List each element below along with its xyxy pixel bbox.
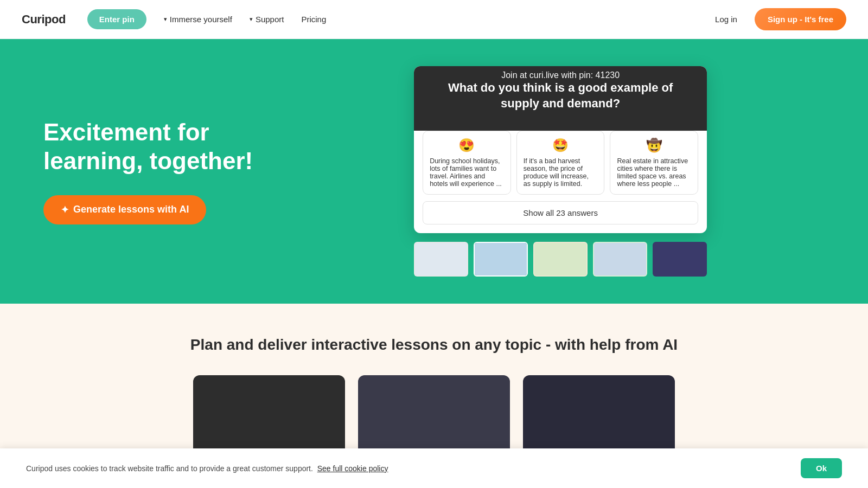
slide-answers: 😍 During school holidays, lots of famili… bbox=[414, 131, 707, 201]
hero-left: Excitement for learning, together! ✦ Gen… bbox=[43, 118, 253, 224]
answer-text-2: If it's a bad harvest season, the price … bbox=[524, 157, 598, 188]
answer-emoji-3: 🤠 bbox=[617, 138, 691, 153]
hero-title: Excitement for learning, together! bbox=[43, 118, 253, 176]
slide-card: Join at curi.live with pin: 41230 What d… bbox=[414, 66, 707, 233]
generate-lessons-button[interactable]: ✦ Generate lessons with AI bbox=[43, 195, 206, 224]
answer-text-3: Real estate in attractive cities where t… bbox=[617, 157, 691, 188]
navbar: Curipod Enter pin ▾ Immerse yourself ▾ S… bbox=[0, 0, 868, 39]
slide-header: Join at curi.live with pin: 41230 What d… bbox=[414, 66, 707, 131]
cookie-text: Curipod uses cookies to track website tr… bbox=[26, 464, 794, 473]
cookie-policy-link[interactable]: See full cookie policy bbox=[317, 464, 388, 473]
answer-card-1: 😍 During school holidays, lots of famili… bbox=[423, 131, 511, 195]
thumbnail-4[interactable] bbox=[593, 242, 647, 277]
thumbnail-1[interactable] bbox=[414, 242, 468, 277]
answer-text-1: During school holidays, lots of families… bbox=[430, 157, 504, 188]
answer-emoji-1: 😍 bbox=[430, 138, 504, 153]
show-all-button[interactable]: Show all 23 answers bbox=[423, 201, 698, 224]
logo: Curipod bbox=[22, 12, 66, 27]
hero-right: Join at curi.live with pin: 41230 What d… bbox=[296, 66, 825, 277]
nav-immerse-link[interactable]: ▾ Immerse yourself bbox=[164, 15, 232, 24]
nav-pricing-link[interactable]: Pricing bbox=[301, 15, 326, 24]
answer-card-3: 🤠 Real estate in attractive cities where… bbox=[610, 131, 698, 195]
login-button[interactable]: Log in bbox=[715, 15, 737, 24]
join-text: Join at curi.live with pin: 41230 bbox=[425, 70, 696, 80]
thumbnail-2[interactable] bbox=[474, 242, 528, 277]
slide-question: What do you think is a good example of s… bbox=[425, 80, 696, 120]
hero-section: Excitement for learning, together! ✦ Gen… bbox=[0, 39, 868, 304]
thumbnail-3[interactable] bbox=[533, 242, 588, 277]
answer-emoji-2: 🤩 bbox=[524, 138, 598, 153]
thumbnail-strip bbox=[414, 242, 707, 277]
chevron-down-icon: ▾ bbox=[250, 16, 253, 23]
thumbnail-5[interactable] bbox=[653, 242, 707, 277]
cookie-banner: Curipod uses cookies to track website tr… bbox=[0, 448, 868, 488]
chevron-down-icon: ▾ bbox=[164, 16, 167, 23]
signup-button[interactable]: Sign up - It's free bbox=[755, 8, 846, 30]
cookie-ok-button[interactable]: Ok bbox=[801, 458, 842, 478]
sparkle-icon: ✦ bbox=[61, 204, 69, 216]
lower-title: Plan and deliver interactive lessons on … bbox=[43, 336, 825, 354]
nav-support-link[interactable]: ▾ Support bbox=[250, 15, 284, 24]
enter-pin-button[interactable]: Enter pin bbox=[87, 9, 146, 29]
answer-card-2: 🤩 If it's a bad harvest season, the pric… bbox=[516, 131, 605, 195]
